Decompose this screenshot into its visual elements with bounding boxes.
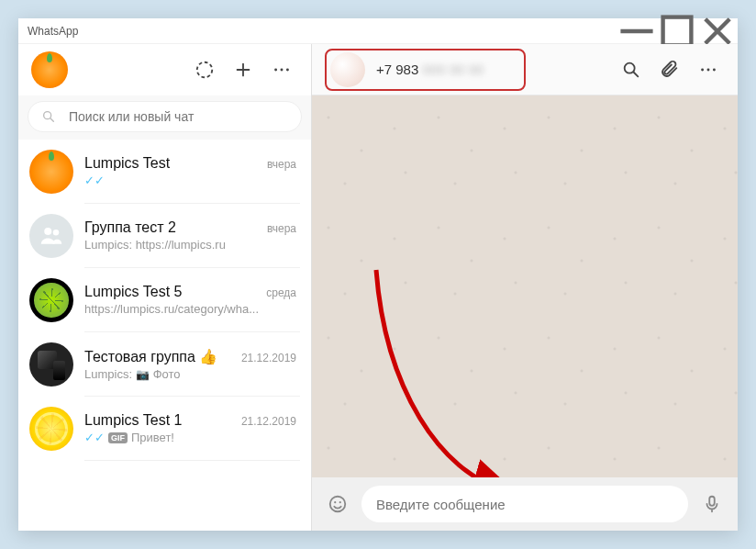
chat-time: вчера bbox=[267, 222, 296, 235]
new-chat-button[interactable] bbox=[227, 53, 260, 86]
plus-icon bbox=[233, 60, 253, 80]
read-ticks-icon: ✓✓ bbox=[84, 431, 105, 444]
svg-rect-15 bbox=[709, 497, 715, 506]
chat-time: вчера bbox=[267, 158, 296, 171]
search-input[interactable] bbox=[69, 109, 288, 124]
status-icon bbox=[195, 60, 215, 80]
svg-point-2 bbox=[274, 69, 277, 72]
emoji-button[interactable] bbox=[321, 487, 354, 521]
gif-badge: GIF bbox=[108, 432, 128, 443]
chat-avatar bbox=[29, 407, 73, 451]
maximize-button[interactable] bbox=[657, 18, 697, 44]
read-ticks-icon: ✓✓ bbox=[84, 174, 105, 187]
chat-time: 21.12.2019 bbox=[241, 352, 296, 364]
close-button[interactable] bbox=[697, 18, 738, 44]
svg-point-3 bbox=[281, 69, 284, 72]
svg-point-4 bbox=[286, 69, 289, 72]
message-input-wrap[interactable] bbox=[361, 486, 688, 522]
message-area bbox=[312, 95, 738, 477]
more-icon bbox=[698, 60, 718, 80]
svg-point-7 bbox=[53, 230, 60, 236]
chat-item[interactable]: Группа тест 2 вчера Lumpics: https://lum… bbox=[18, 204, 311, 268]
status-button[interactable] bbox=[188, 53, 221, 86]
sidebar: Lumpics Test вчера ✓✓ Группа тест 2 bbox=[18, 44, 312, 531]
svg-rect-0 bbox=[663, 17, 692, 45]
conversation-panel: +7 983 000 00 00 bbox=[312, 44, 738, 531]
chat-time: среда bbox=[266, 286, 296, 299]
chat-avatar bbox=[29, 342, 73, 387]
composer bbox=[312, 477, 738, 531]
svg-point-11 bbox=[713, 68, 716, 71]
chat-name: Lumpics Test 1 bbox=[84, 412, 236, 429]
chat-avatar bbox=[29, 278, 73, 322]
chat-list: Lumpics Test вчера ✓✓ Группа тест 2 bbox=[18, 140, 311, 531]
titlebar: WhatsApp bbox=[18, 18, 738, 44]
chat-item[interactable]: Lumpics Test 1 21.12.2019 ✓✓GIFПривет! bbox=[18, 397, 311, 461]
contact-name: +7 983 000 00 00 bbox=[376, 62, 484, 77]
chat-preview: Привет! bbox=[131, 431, 296, 444]
paperclip-icon bbox=[660, 60, 680, 80]
chat-time: 21.12.2019 bbox=[241, 415, 296, 428]
voice-button[interactable] bbox=[695, 487, 728, 521]
svg-point-9 bbox=[701, 68, 704, 71]
window-title: WhatsApp bbox=[28, 25, 617, 38]
search-box[interactable] bbox=[28, 101, 302, 132]
sidebar-header bbox=[18, 44, 311, 95]
emoji-icon bbox=[328, 494, 348, 514]
svg-point-13 bbox=[334, 501, 336, 503]
svg-point-5 bbox=[44, 112, 51, 119]
svg-point-14 bbox=[339, 501, 341, 503]
chat-name: Группа тест 2 bbox=[84, 219, 261, 236]
chat-item[interactable]: Тестовая группа 👍 21.12.2019 Lumpics: 📷Ф… bbox=[18, 332, 311, 397]
chat-preview: Lumpics: https://lumpics.ru bbox=[84, 238, 296, 252]
group-icon bbox=[38, 222, 65, 250]
conversation-header: +7 983 000 00 00 bbox=[312, 44, 738, 95]
chat-preview: Lumpics: 📷Фото bbox=[84, 367, 296, 381]
more-icon bbox=[272, 60, 292, 80]
chat-preview: https://lumpics.ru/category/wha... bbox=[84, 302, 296, 316]
camera-icon: 📷 bbox=[136, 368, 150, 381]
search-in-chat-button[interactable] bbox=[615, 53, 648, 86]
chat-item[interactable]: Lumpics Test 5 среда https://lumpics.ru/… bbox=[18, 268, 311, 332]
search-bar bbox=[18, 95, 311, 140]
message-input[interactable] bbox=[376, 497, 673, 512]
search-icon bbox=[41, 109, 56, 124]
chat-menu-button[interactable] bbox=[692, 53, 725, 86]
chat-item[interactable]: Lumpics Test вчера ✓✓ bbox=[18, 140, 311, 204]
svg-point-6 bbox=[44, 228, 51, 235]
chat-avatar bbox=[29, 150, 73, 194]
contact-info[interactable]: +7 983 000 00 00 bbox=[325, 49, 526, 91]
chat-name: Lumpics Test bbox=[84, 155, 261, 172]
svg-point-1 bbox=[197, 62, 213, 78]
my-avatar[interactable] bbox=[31, 51, 68, 88]
attach-button[interactable] bbox=[653, 53, 686, 86]
svg-point-12 bbox=[330, 497, 346, 512]
chat-name: Тестовая группа 👍 bbox=[84, 348, 236, 365]
contact-avatar bbox=[330, 52, 365, 87]
search-icon bbox=[621, 60, 641, 80]
menu-button[interactable] bbox=[265, 53, 298, 86]
minimize-button[interactable] bbox=[617, 18, 657, 44]
svg-point-10 bbox=[707, 68, 710, 71]
svg-point-8 bbox=[625, 62, 635, 73]
chat-name: Lumpics Test 5 bbox=[84, 284, 261, 300]
chat-avatar bbox=[29, 214, 73, 258]
microphone-icon bbox=[702, 494, 722, 514]
